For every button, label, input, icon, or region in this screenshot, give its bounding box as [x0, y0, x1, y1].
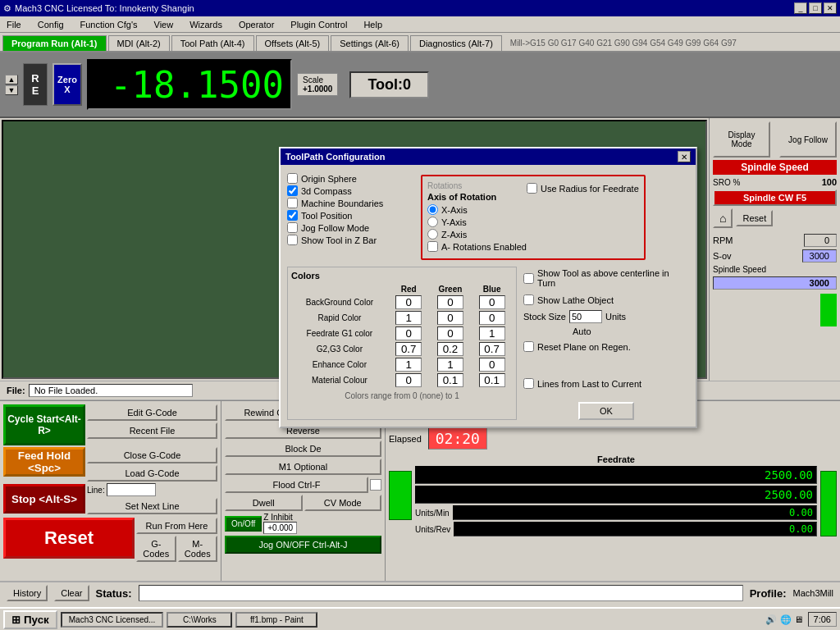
menu-item-config[interactable]: Config	[34, 18, 67, 31]
tab-settings[interactable]: Settings (Alt-6)	[331, 35, 409, 51]
dwell-button[interactable]: Dwell	[225, 495, 303, 511]
enhance-blue[interactable]	[479, 358, 505, 372]
material-blue[interactable]	[479, 373, 505, 387]
tool-position-checkbox[interactable]	[287, 210, 298, 221]
a-rotations-checkbox[interactable]	[427, 241, 438, 252]
app-title: Mach3 CNC Licensed To: Innokenty Shangin	[15, 3, 194, 13]
rapid-blue[interactable]	[479, 311, 505, 325]
enhance-green[interactable]	[437, 358, 463, 372]
use-radius-checkbox[interactable]	[527, 183, 537, 194]
reset-main-button[interactable]: Reset	[3, 518, 135, 559]
menu-item-file[interactable]: File	[3, 18, 25, 31]
home-button[interactable]: ⌂	[713, 208, 733, 228]
zero-button[interactable]: ZeroX	[52, 63, 82, 106]
jog-on-off-button[interactable]: Jog ON/OFF Ctrl-Alt-J	[225, 536, 381, 554]
feed-hold-button[interactable]: Feed Hold <Spc>	[3, 447, 85, 477]
stock-size-input[interactable]	[569, 310, 602, 323]
line-input[interactable]	[107, 483, 156, 496]
spindle-cw-button[interactable]: Spindle CW F5	[713, 189, 837, 206]
stop-button[interactable]: Stop <Alt-S>	[3, 484, 85, 514]
reset-small-button[interactable]: Reset	[736, 210, 773, 226]
block-de-button[interactable]: Block De	[225, 441, 381, 457]
m-codes-button[interactable]: M-Codes	[178, 536, 218, 562]
material-red[interactable]	[395, 373, 422, 387]
show-tool-checkbox[interactable]	[287, 235, 298, 245]
tab-program-run[interactable]: Program Run (Alt-1)	[2, 35, 107, 51]
jog-follow-button[interactable]: Jog Follow	[779, 121, 837, 158]
lines-last-checkbox[interactable]	[523, 378, 534, 389]
y-axis-radio[interactable]	[427, 217, 438, 227]
m1-optional-button[interactable]: M1 Optional	[225, 459, 381, 475]
run-from-here-button[interactable]: Run From Here	[136, 518, 217, 534]
flood-ctrl-button[interactable]: Flood Ctrl-F	[225, 477, 368, 493]
x-axis-radio[interactable]	[427, 204, 438, 215]
edit-gcode-button[interactable]: Edit G-Code	[87, 404, 217, 421]
jog-follow-checkbox[interactable]	[287, 222, 298, 233]
history-button[interactable]: History	[7, 585, 48, 601]
origin-sphere-checkbox[interactable]	[287, 173, 298, 184]
material-green[interactable]	[437, 373, 463, 387]
clear-button[interactable]: Clear	[54, 585, 89, 601]
scroll-down[interactable]: ▼	[5, 85, 18, 95]
start-button[interactable]: ⊞ Пуск	[3, 610, 57, 629]
load-gcode-button[interactable]: Load G-Code	[87, 465, 217, 482]
menu-item-operator[interactable]: Operator	[235, 18, 277, 31]
show-tool-above-checkbox[interactable]	[523, 273, 534, 284]
colors-title: Colors	[291, 271, 513, 281]
menu-item-plugincontrol[interactable]: Plugin Control	[287, 18, 350, 31]
tab-offsets[interactable]: Offsets (Alt-5)	[256, 35, 330, 51]
feedrate-label: Feedrate	[415, 454, 817, 464]
taskbar-item-paint[interactable]: ff1.bmp - Paint	[235, 612, 317, 628]
cycle-start-button[interactable]: Cycle Start<Alt-R>	[3, 404, 85, 445]
g-codes-button[interactable]: G-Codes	[136, 536, 176, 562]
minimize-button[interactable]: _	[794, 2, 807, 14]
rotations-section: Rotations Axis of Rotation X-Axis Y-Axis	[421, 175, 646, 260]
taskbar-item-mach3[interactable]: Mach3 CNC Licensed...	[61, 612, 164, 628]
show-lathe-checkbox[interactable]	[523, 294, 534, 305]
table-row: Rapid Color	[291, 310, 513, 326]
g2g3-red[interactable]	[395, 342, 422, 356]
3d-compass-checkbox[interactable]	[287, 185, 298, 196]
cv-mode-button[interactable]: CV Mode	[304, 495, 382, 511]
machine-boundaries-checkbox[interactable]	[287, 198, 298, 208]
dialog-close-button[interactable]: ✕	[678, 151, 691, 162]
recent-file-button[interactable]: Recent File	[87, 422, 217, 439]
maximize-button[interactable]: □	[809, 2, 822, 14]
enhance-red[interactable]	[395, 358, 422, 372]
taskbar-item-works[interactable]: C:\Works	[167, 612, 232, 628]
file-label: File:	[7, 386, 25, 395]
scroll-up[interactable]: ▲	[5, 75, 18, 84]
tab-bar: Program Run (Alt-1) MDI (Alt-2) Tool Pat…	[0, 33, 840, 52]
menu-item-functioncfgs[interactable]: Function Cfg's	[77, 18, 141, 31]
ok-button[interactable]: OK	[578, 402, 634, 420]
checkbox-show-tool: Show Tool in Z Bar	[287, 235, 414, 245]
rapid-green[interactable]	[437, 311, 463, 325]
coord-display: -18.1500	[87, 59, 292, 110]
close-button[interactable]: ✕	[824, 2, 837, 14]
feed-red[interactable]	[395, 326, 422, 340]
taskbar-time: 7:06	[808, 612, 837, 627]
app-icon: ⚙	[3, 3, 11, 14]
tab-tool-path[interactable]: Tool Path (Alt-4)	[171, 35, 254, 51]
menu-item-view[interactable]: View	[151, 18, 177, 31]
bg-red[interactable]	[395, 295, 422, 309]
bg-green[interactable]	[437, 295, 463, 309]
close-gcode-button[interactable]: Close G-Code	[87, 447, 217, 463]
set-next-line-button[interactable]: Set Next Line	[87, 498, 217, 514]
g2g3-green[interactable]	[437, 342, 463, 356]
table-row: Enhance Color	[291, 357, 513, 372]
rapid-red[interactable]	[395, 311, 422, 325]
on-off-button[interactable]: On/Off	[225, 516, 262, 532]
g2g3-blue[interactable]	[479, 342, 505, 356]
bg-blue[interactable]	[479, 295, 505, 309]
z-axis-radio[interactable]	[427, 229, 438, 240]
tab-mdi[interactable]: MDI (Alt-2)	[108, 35, 170, 51]
feed-green[interactable]	[437, 326, 463, 340]
tab-diagnostics[interactable]: Diagnostics (Alt-7)	[410, 35, 502, 51]
feed-blue[interactable]	[479, 326, 505, 340]
menu-item-wizards[interactable]: Wizards	[186, 18, 226, 31]
reset-plane-checkbox[interactable]	[523, 341, 534, 352]
menu-item-help[interactable]: Help	[360, 18, 386, 31]
display-mode-button[interactable]: Display Mode	[713, 121, 770, 158]
feedrate-value2: 2500.00	[415, 486, 817, 504]
